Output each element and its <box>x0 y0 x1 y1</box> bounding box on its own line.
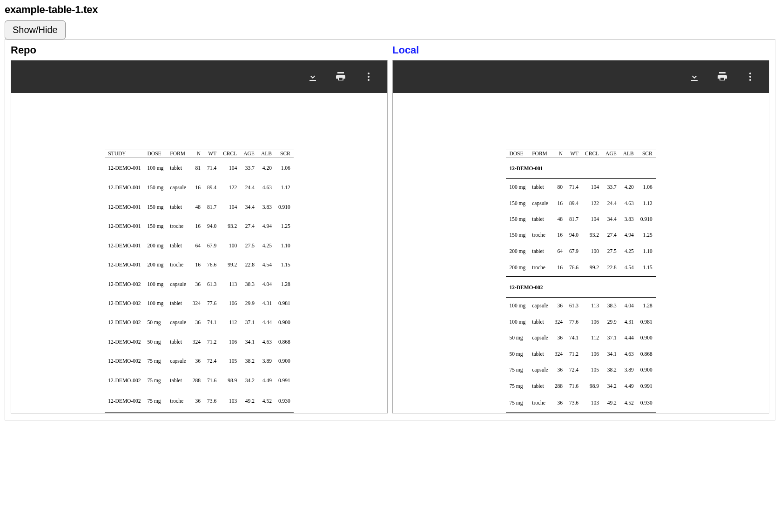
col-scr: SCR <box>637 149 656 158</box>
pdf-viewer-local: DOSE FORM N WT CRCL AGE ALB SCR 12-DEMO-… <box>392 60 769 413</box>
table-row: 150 mgtroche1694.093.227.44.941.25 <box>506 227 655 243</box>
col-alb: ALB <box>258 149 275 158</box>
table-row: 12-DEMO-00275 mgcapsule3672.410538.23.89… <box>105 352 294 371</box>
showhide-button[interactable]: Show/Hide <box>5 20 66 40</box>
col-form: FORM <box>529 149 551 158</box>
pane-repo: Repo STUDY DOSE FORM N WT CRCL AGE <box>11 44 388 413</box>
table-row: 75 mgtroche3673.610349.24.520.930 <box>506 394 655 413</box>
svg-point-0 <box>368 73 370 74</box>
table-row: 100 mgtablet32477.610629.94.310.981 <box>506 314 655 330</box>
table-row: 50 mgtablet32471.210634.14.630.868 <box>506 346 655 362</box>
table-row: 50 mgcapsule3674.111237.14.440.900 <box>506 330 655 346</box>
pane-repo-title: Repo <box>11 44 388 56</box>
table-row: 12-DEMO-001200 mgtablet6467.910027.54.25… <box>105 236 294 255</box>
table-row: 12-DEMO-002100 mgtablet32477.610629.94.3… <box>105 293 294 313</box>
compare-frame: Repo STUDY DOSE FORM N WT CRCL AGE <box>5 39 775 420</box>
svg-point-4 <box>749 76 751 78</box>
pdf-page-local[interactable]: DOSE FORM N WT CRCL AGE ALB SCR 12-DEMO-… <box>393 93 769 413</box>
table-row: 200 mgtablet6467.910027.54.251.10 <box>506 243 655 259</box>
table-row: 12-DEMO-001150 mgtablet4881.710434.43.83… <box>105 197 294 216</box>
pdf-page-repo[interactable]: STUDY DOSE FORM N WT CRCL AGE ALB SCR 12… <box>11 93 387 413</box>
group-header: 12-DEMO-001 <box>506 158 655 179</box>
download-icon[interactable] <box>689 71 700 82</box>
col-n: N <box>551 149 566 158</box>
download-icon[interactable] <box>307 71 318 82</box>
data-table-repo: STUDY DOSE FORM N WT CRCL AGE ALB SCR 12… <box>105 149 294 413</box>
col-n: N <box>189 149 204 158</box>
col-age: AGE <box>240 149 258 158</box>
pdf-toolbar-local <box>393 60 769 93</box>
table-row: 12-DEMO-002100 mgcapsule3661.311338.34.0… <box>105 274 294 293</box>
more-vert-icon[interactable] <box>363 71 374 82</box>
table-row: 150 mgcapsule1689.412224.44.631.12 <box>506 195 655 211</box>
pdf-viewer-repo: STUDY DOSE FORM N WT CRCL AGE ALB SCR 12… <box>11 60 388 413</box>
table-row: 100 mgcapsule3661.311338.34.041.28 <box>506 297 655 314</box>
svg-point-2 <box>368 79 370 81</box>
group-header: 12-DEMO-002 <box>506 277 655 297</box>
table-row: 12-DEMO-001100 mgtablet8171.410433.74.20… <box>105 158 294 178</box>
col-wt: WT <box>566 149 582 158</box>
table-row: 12-DEMO-001150 mgcapsule1689.412224.44.6… <box>105 178 294 197</box>
data-table-local: DOSE FORM N WT CRCL AGE ALB SCR 12-DEMO-… <box>506 149 655 413</box>
print-icon[interactable] <box>717 71 728 82</box>
table-row: 75 mgcapsule3672.410538.23.890.900 <box>506 362 655 378</box>
svg-point-1 <box>368 76 370 78</box>
table-row: 75 mgtablet28871.698.934.24.490.991 <box>506 378 655 393</box>
col-alb: ALB <box>620 149 637 158</box>
table-row: 12-DEMO-00250 mgcapsule3674.111237.14.44… <box>105 313 294 332</box>
more-vert-icon[interactable] <box>745 71 756 82</box>
col-crcl: CRCL <box>582 149 602 158</box>
print-icon[interactable] <box>335 71 346 82</box>
col-wt: WT <box>204 149 220 158</box>
page-title: example-table-1.tex <box>5 4 775 16</box>
pane-local-title: Local <box>392 44 769 56</box>
table-row: 150 mgtablet4881.710434.43.830.910 <box>506 211 655 227</box>
svg-point-3 <box>749 73 751 74</box>
col-age: AGE <box>602 149 620 158</box>
col-dose: DOSE <box>144 149 167 158</box>
table-row: 12-DEMO-00275 mgtroche3673.610349.24.520… <box>105 390 294 413</box>
col-crcl: CRCL <box>220 149 240 158</box>
col-study: STUDY <box>105 149 144 158</box>
table-row: 12-DEMO-00250 mgtablet32471.210634.14.63… <box>105 332 294 351</box>
col-form: FORM <box>167 149 189 158</box>
table-row: 12-DEMO-001200 mgtroche1676.699.222.84.5… <box>105 255 294 274</box>
col-scr: SCR <box>275 149 294 158</box>
table-row: 100 mgtablet8071.410433.74.201.06 <box>506 179 655 195</box>
col-dose: DOSE <box>506 149 529 158</box>
table-row: 12-DEMO-00275 mgtablet28871.698.934.24.4… <box>105 371 294 390</box>
svg-point-5 <box>749 79 751 81</box>
table-row: 12-DEMO-001150 mgtroche1694.093.227.44.9… <box>105 216 294 235</box>
table-row: 200 mgtroche1676.699.222.84.541.15 <box>506 259 655 277</box>
pane-local: Local DOSE FORM N WT CRCL AGE ALB <box>392 44 769 413</box>
pdf-toolbar-repo <box>11 60 387 93</box>
